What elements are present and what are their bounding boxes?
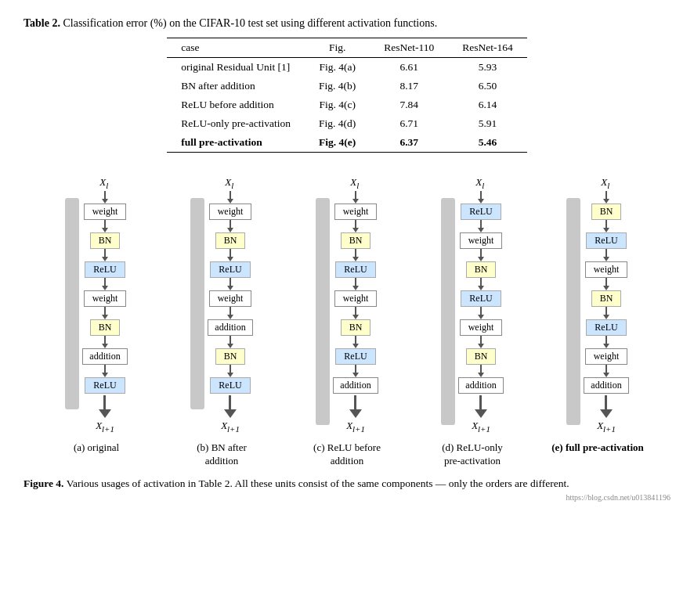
row-r164: 6.14: [448, 95, 527, 114]
node-weight: weight: [84, 204, 127, 220]
flow-col-a: Xl weight BN ReLU: [82, 176, 127, 434]
table-caption-bold: Table 2.: [23, 17, 60, 29]
xi-bottom-d: Xl+1: [472, 420, 490, 434]
row-fig: Fig. 4(a): [305, 57, 370, 77]
node-bn2: BN: [466, 348, 497, 365]
node-weight: weight: [209, 204, 252, 220]
label-e: (e) full pre-activation: [535, 441, 660, 468]
node-bn2: BN: [591, 290, 622, 307]
big-arrow: [99, 395, 111, 418]
big-arrow: [349, 395, 362, 418]
node-bn2: BN: [215, 348, 246, 365]
diagram-e: Xl BN ReLU weight BN ReLU weight additio…: [535, 176, 660, 434]
big-arrow: [600, 395, 613, 418]
row-r110: 6.61: [370, 57, 448, 77]
col-fig: Fig.: [305, 38, 370, 57]
data-table: case Fig. ResNet-110 ResNet-164 original…: [167, 38, 527, 153]
figure-caption-text: Various usages of activation in Table 2.…: [64, 477, 569, 489]
col-case: case: [167, 38, 305, 57]
flow-item: [102, 307, 108, 319]
table-header-row: case Fig. ResNet-110 ResNet-164: [167, 38, 527, 57]
node-weight2: weight: [334, 290, 378, 307]
row-r110: 7.84: [370, 95, 448, 114]
node-bn: BN: [90, 232, 121, 249]
node-relu-out: ReLU: [85, 377, 125, 394]
node-bn: BN: [341, 232, 371, 249]
row-fig: Fig. 4(c): [305, 95, 370, 114]
xi-bottom-e: Xl+1: [597, 420, 616, 434]
node-weight2: weight: [209, 290, 252, 307]
table-row: ReLU before addition Fig. 4(c) 7.84 6.14: [167, 95, 527, 114]
xi-label-c: Xl: [350, 176, 359, 190]
node-relu: ReLU: [85, 261, 125, 278]
diagram-d: Xl ReLU weight BN ReLU weight BN additio…: [410, 176, 535, 434]
shortcut-bar-d: [441, 198, 455, 425]
figure-caption-bold: Figure 4.: [23, 477, 64, 489]
row-case: full pre-activation: [167, 133, 305, 153]
node-weight2: weight: [460, 319, 503, 336]
row-fig: Fig. 4(e): [305, 133, 370, 153]
node-addition: addition: [208, 319, 252, 336]
table-caption: Table 2. Classification error (%) on the…: [23, 16, 671, 31]
row-fig: Fig. 4(b): [305, 77, 370, 95]
node-weight: weight: [460, 232, 503, 249]
node-relu2: ReLU: [586, 319, 626, 336]
flow-col-e: Xl BN ReLU weight BN ReLU weight additio…: [584, 176, 628, 434]
table-row: original Residual Unit [1] Fig. 4(a) 6.6…: [167, 57, 527, 77]
shortcut-bar-a: [65, 198, 79, 409]
node-weight: weight: [585, 261, 628, 278]
shortcut-bar-e: [566, 198, 580, 425]
label-a: (a) original: [34, 441, 159, 468]
xi-bottom-b: Xl+1: [221, 420, 240, 434]
flow-item: [102, 191, 108, 204]
big-arrow: [224, 395, 237, 418]
node-bn: BN: [591, 204, 622, 220]
row-case: BN after addition: [167, 77, 305, 95]
node-bn2: BN: [341, 319, 371, 336]
xi-label-a: Xl: [99, 176, 108, 190]
label-d: (d) ReLU-onlypre-activation: [410, 441, 535, 468]
big-arrow: [475, 395, 487, 418]
col-resnet110: ResNet-110: [370, 38, 448, 57]
diagrams-row: Xl weight BN ReLU: [23, 176, 671, 434]
xi-label-e: Xl: [601, 176, 609, 190]
col-resnet164: ResNet-164: [448, 38, 527, 57]
xi-bottom-a: Xl+1: [96, 420, 114, 434]
flow-item: [102, 249, 108, 261]
row-case: original Residual Unit [1]: [167, 57, 305, 77]
diagram-labels-row: (a) original (b) BN afteraddition (c) Re…: [23, 441, 671, 468]
flow-col-c: Xl weight BN ReLU weight BN ReLU additio…: [333, 176, 378, 434]
row-r164: 6.50: [448, 77, 527, 95]
node-addition: addition: [458, 377, 503, 394]
flow-item: [102, 365, 108, 377]
watermark: https://blog.csdn.net/u013841196: [23, 493, 671, 502]
figure-caption-area: Figure 4. Various usages of activation i…: [23, 468, 671, 502]
diagram-e-content: Xl BN ReLU weight BN ReLU weight additio…: [566, 176, 628, 434]
node-relu2: ReLU: [335, 348, 375, 365]
row-case: ReLU-only pre-activation: [167, 114, 305, 133]
shortcut-bar-b: [190, 198, 204, 409]
label-c: (c) ReLU beforeaddition: [284, 441, 410, 468]
diagram-b: Xl weight BN ReLU weight addition BN ReL…: [159, 176, 284, 434]
node-weight2: weight: [585, 348, 628, 365]
node-bn: BN: [215, 232, 246, 249]
diagram-a: Xl weight BN ReLU: [34, 176, 159, 434]
node-weight: weight: [334, 204, 378, 220]
figure-section: Xl weight BN ReLU: [23, 176, 671, 502]
flow-item: [102, 220, 108, 232]
table-row: full pre-activation Fig. 4(e) 6.37 5.46: [167, 133, 527, 153]
node-addition: addition: [82, 348, 127, 365]
row-r164: 5.93: [448, 57, 527, 77]
node-addition: addition: [584, 377, 628, 394]
table-row: ReLU-only pre-activation Fig. 4(d) 6.71 …: [167, 114, 527, 133]
row-r164: 5.91: [448, 114, 527, 133]
diagram-a-content: Xl weight BN ReLU: [65, 176, 127, 434]
node-bn2: BN: [90, 319, 121, 336]
diagram-c-content: Xl weight BN ReLU weight BN ReLU additio…: [316, 176, 378, 434]
flow-item: [102, 278, 108, 290]
node-relu2: ReLU: [461, 290, 501, 307]
node-bn: BN: [466, 261, 497, 278]
node-weight2: weight: [84, 290, 127, 307]
flow-item: [102, 336, 108, 348]
node-relu: ReLU: [335, 261, 375, 278]
